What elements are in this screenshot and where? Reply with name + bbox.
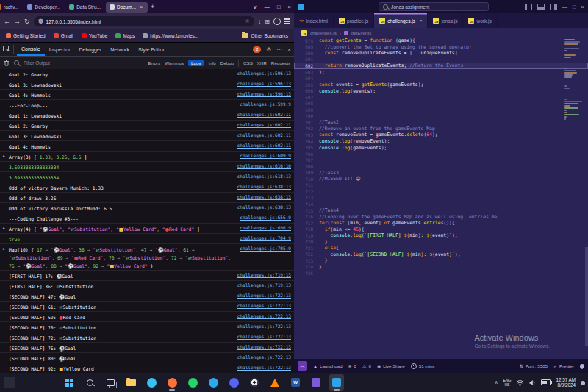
source-link[interactable]: challenges.js:596:13 (237, 91, 291, 96)
maximize-icon[interactable]: □ (277, 4, 281, 10)
source-link[interactable]: challenges.js:609:9 (240, 153, 291, 158)
more-options-icon[interactable]: ⋯ (276, 46, 282, 53)
address-bar[interactable]: 127.0.0.1:5505/index.html ☆ (34, 16, 254, 26)
expand-arrow-icon[interactable]: ▶ (3, 225, 9, 230)
command-center-search[interactable]: Jonas assignment (379, 2, 489, 11)
minimap[interactable] (564, 39, 584, 359)
status-item-bell[interactable] (580, 364, 584, 368)
taskbar-task-view-icon[interactable] (103, 374, 118, 391)
source-link[interactable]: challenges.js:722:13 (237, 344, 291, 349)
source-link[interactable]: challenges.js:602:11 (237, 112, 291, 117)
devtools-close-icon[interactable]: × (287, 46, 291, 53)
taskbar-firefox-icon[interactable] (165, 374, 179, 391)
expand-arrow-icon[interactable]: ▶ (3, 153, 9, 158)
taskbar-telegram-icon[interactable] (206, 374, 220, 391)
filter-chip-debug[interactable]: Debug (220, 60, 234, 65)
code-line[interactable]: 706 (294, 151, 588, 157)
taskbar-start-icon[interactable] (62, 374, 76, 391)
extensions-icon[interactable]: ⊞ (265, 18, 270, 25)
code-line[interactable]: 675const getEvents = function (game){ (294, 38, 588, 44)
code-line[interactable]: 723 } (294, 257, 588, 264)
code-line[interactable]: 705console.log(gameEvents); (294, 144, 588, 151)
filter-chip-css[interactable]: CSS (243, 60, 253, 65)
taskbar-file-explorer-icon[interactable] (123, 374, 138, 391)
source-link[interactable]: challenges.js:722:13 (237, 354, 291, 360)
code-line[interactable]: 713 (294, 195, 588, 202)
code-line[interactable]: 712 (294, 188, 588, 195)
source-link[interactable]: challenges.js:719:13 (237, 282, 291, 288)
editor-tab-work-js[interactable]: JSwork.js (463, 13, 497, 28)
scrollbar-thumb[interactable] (585, 247, 588, 346)
source-link[interactable]: challenges.js:602:11 (237, 132, 291, 138)
code-line[interactable]: 700 (294, 113, 588, 120)
status-item-check[interactable]: ✓Prettier (553, 363, 574, 368)
reload-button[interactable]: ↻ (24, 18, 30, 25)
settings-gear-icon[interactable]: ⚙ (266, 46, 271, 53)
forward-button[interactable]: → (14, 18, 21, 25)
taskbar-app-purple-icon[interactable] (309, 374, 323, 391)
code-line[interactable]: 721 else{ (294, 245, 588, 252)
source-link[interactable]: challenges.js:722:13 (237, 293, 291, 298)
code-line[interactable]: 695const events = getEvents(gameEvents); (294, 82, 588, 88)
status-item-port[interactable]: ⇅Port : 5505 (520, 363, 548, 368)
tab-close-icon[interactable]: × (140, 4, 144, 10)
expand-arrow-icon[interactable]: ▶ (3, 246, 9, 251)
breadcrumb-symbol[interactable]: getEvents (351, 30, 372, 35)
taskbar-edge-icon[interactable] (144, 374, 159, 391)
code-line[interactable]: 698 (294, 100, 588, 107)
code-line[interactable]: 691 (294, 57, 588, 63)
vscode-maximize-icon[interactable]: □ (573, 4, 576, 10)
browser-tab[interactable]: Data Stru... (65, 2, 104, 13)
remote-indicator-icon[interactable]: >< (298, 361, 307, 371)
code-line[interactable]: 690 const removeDuplicateEvents = [...un… (294, 50, 588, 57)
pick-element-icon[interactable] (3, 46, 10, 53)
tab-list-icon[interactable]: ∨ (253, 4, 257, 10)
breadcrumb-file[interactable]: challenges.js (310, 30, 337, 35)
source-link[interactable]: challenges.js:704:9 (240, 235, 291, 240)
filter-chip-warnings[interactable]: Warnings (165, 60, 184, 65)
code-line[interactable]: 692 return removeDuplicateEvents; //Retu… (294, 63, 588, 69)
source-link[interactable]: challenges.js:656:9 (240, 215, 291, 220)
status-item-warning[interactable]: ⚠0 (362, 363, 371, 368)
taskbar-obs-icon[interactable] (247, 374, 262, 391)
status-item-error[interactable]: ⊗0 (348, 363, 356, 368)
source-link[interactable]: challenges.js:722:13 (237, 313, 291, 318)
editor-tab-challenges-js[interactable]: JSchallenges.js× (374, 13, 428, 28)
filter-chip-logs[interactable]: Logs (188, 60, 204, 66)
code-line[interactable]: 719 console.log(`[FIRST HALF] ${min}: ${… (294, 232, 588, 239)
devtools-tab-style-editor[interactable]: Style Editor (134, 43, 169, 56)
downloads-icon[interactable]: ↓ (258, 18, 262, 25)
filter-chip-errors[interactable]: Errors (148, 60, 160, 65)
devtools-tab-console[interactable]: Console (17, 43, 45, 56)
bookmark-item[interactable]: Gmail (54, 33, 74, 38)
new-tab-button[interactable]: + (151, 3, 154, 10)
source-link[interactable]: challenges.js:616:10 (237, 163, 291, 168)
source-link[interactable]: challenges.js:638:13 (237, 184, 291, 189)
source-link[interactable]: challenges.js:719:13 (237, 272, 291, 277)
clock[interactable]: 12:57 AM 8/9/2024 (556, 377, 576, 388)
source-link[interactable]: challenges.js:638:13 (237, 194, 291, 199)
source-link[interactable]: challenges.js:602:11 (237, 122, 291, 127)
code-line[interactable]: 708 (294, 163, 588, 170)
source-link[interactable]: challenges.js:596:13 (237, 71, 291, 76)
taskbar-word-icon[interactable]: W (288, 374, 303, 391)
source-link[interactable]: challenges.js:618:13 (237, 174, 291, 179)
code-line[interactable]: 707 (294, 157, 588, 163)
clear-console-trash-icon[interactable] (4, 60, 10, 66)
code-line[interactable]: 725 (294, 270, 588, 277)
volume-icon[interactable] (529, 379, 536, 386)
toggle-panel-icon[interactable] (537, 4, 545, 10)
console-output[interactable]: ▶Goal 2: Gnarbychallenges.js:596:13▶Goal… (0, 69, 294, 373)
menu-icon[interactable] (284, 21, 290, 21)
taskbar-whatsapp-icon[interactable] (185, 374, 200, 391)
minimize-icon[interactable]: — (265, 4, 270, 10)
source-link[interactable]: challenges.js:722:13 (237, 303, 291, 308)
browser-tab[interactable]: Docum...× (106, 2, 148, 13)
code-line[interactable]: 696console.log(events); (294, 88, 588, 94)
notification-bell-icon[interactable] (581, 381, 585, 385)
code-line[interactable]: 714 (294, 201, 588, 207)
browser-tab[interactable]: ractiv... (0, 2, 22, 13)
source-link[interactable]: challenges.js:722:13 (237, 365, 291, 370)
breadcrumb[interactable]: JS challenges.js › getEvents (294, 28, 588, 38)
taskbar-discord-icon[interactable] (226, 374, 241, 391)
